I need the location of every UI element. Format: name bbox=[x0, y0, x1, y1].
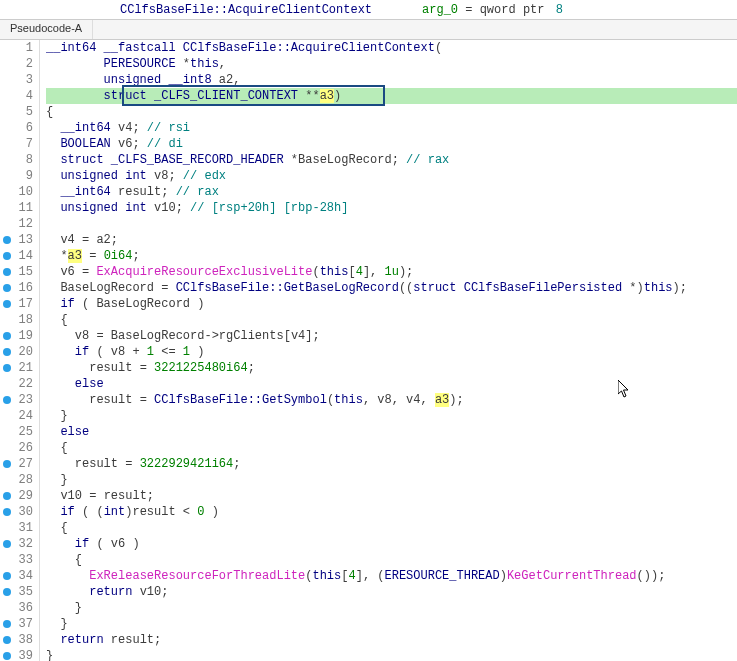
code-token: v10 bbox=[60, 489, 82, 503]
code-token: if bbox=[60, 297, 74, 311]
code-line[interactable]: unsigned __int8 a2, bbox=[46, 72, 737, 88]
code-line[interactable]: { bbox=[46, 520, 737, 536]
line-number: 15 bbox=[14, 264, 33, 280]
tab-pseudocode[interactable]: Pseudocode-A bbox=[0, 20, 93, 39]
line-number: 5 bbox=[14, 104, 33, 120]
breakpoint-slot[interactable] bbox=[0, 104, 14, 120]
code-line[interactable]: v10 = result; bbox=[46, 488, 737, 504]
code-line[interactable]: { bbox=[46, 552, 737, 568]
breakpoint-slot[interactable] bbox=[0, 392, 14, 408]
breakpoint-slot[interactable] bbox=[0, 504, 14, 520]
code-line[interactable]: v6 = ExAcquireResourceExclusiveLite(this… bbox=[46, 264, 737, 280]
breakpoint-slot[interactable] bbox=[0, 440, 14, 456]
line-number: 23 bbox=[14, 392, 33, 408]
breakpoint-slot[interactable] bbox=[0, 552, 14, 568]
breakpoint-slot[interactable] bbox=[0, 632, 14, 648]
breakpoint-slot[interactable] bbox=[0, 536, 14, 552]
breakpoint-slot[interactable] bbox=[0, 520, 14, 536]
code-token: this bbox=[320, 265, 349, 279]
code-token: unsigned int bbox=[60, 201, 154, 215]
code-line[interactable]: if ( BaseLogRecord ) bbox=[46, 296, 737, 312]
breakpoint-slot[interactable] bbox=[0, 200, 14, 216]
code-line[interactable]: result = 3221225480i64; bbox=[46, 360, 737, 376]
code-line[interactable]: } bbox=[46, 648, 737, 661]
breakpoint-slot[interactable] bbox=[0, 456, 14, 472]
code-line[interactable]: } bbox=[46, 616, 737, 632]
code-line[interactable]: } bbox=[46, 408, 737, 424]
breakpoint-slot[interactable] bbox=[0, 360, 14, 376]
code-token: ; bbox=[161, 585, 168, 599]
code-line[interactable]: if ( v8 + 1 <= 1 ) bbox=[46, 344, 737, 360]
code-content[interactable]: __int64 __fastcall CClfsBaseFile::Acquir… bbox=[40, 40, 737, 661]
breakpoint-slot[interactable] bbox=[0, 568, 14, 584]
breakpoint-slot[interactable] bbox=[0, 280, 14, 296]
breakpoint-slot[interactable] bbox=[0, 72, 14, 88]
code-line[interactable]: return v10; bbox=[46, 584, 737, 600]
breakpoint-slot[interactable] bbox=[0, 248, 14, 264]
breakpoint-dot-icon bbox=[3, 588, 11, 596]
code-line[interactable]: ExReleaseResourceForThreadLite(this[4], … bbox=[46, 568, 737, 584]
breakpoint-slot[interactable] bbox=[0, 376, 14, 392]
line-number: 35 bbox=[14, 584, 33, 600]
breakpoint-slot[interactable] bbox=[0, 488, 14, 504]
breakpoint-slot[interactable] bbox=[0, 408, 14, 424]
code-line[interactable]: result = 3222929421i64; bbox=[46, 456, 737, 472]
breakpoint-slot[interactable] bbox=[0, 344, 14, 360]
breakpoint-slot[interactable] bbox=[0, 424, 14, 440]
breakpoint-slot[interactable] bbox=[0, 584, 14, 600]
code-token: 1 bbox=[147, 345, 154, 359]
breakpoint-slot[interactable] bbox=[0, 184, 14, 200]
code-line[interactable]: __int64 result; // rax bbox=[46, 184, 737, 200]
breakpoint-slot[interactable] bbox=[0, 328, 14, 344]
breakpoint-slot[interactable] bbox=[0, 56, 14, 72]
code-line[interactable]: else bbox=[46, 424, 737, 440]
code-line[interactable]: } bbox=[46, 600, 737, 616]
line-number: 18 bbox=[14, 312, 33, 328]
breakpoint-slot[interactable] bbox=[0, 648, 14, 661]
code-editor[interactable]: 1234567891011121314151617181920212223242… bbox=[0, 40, 737, 661]
breakpoint-slot[interactable] bbox=[0, 136, 14, 152]
code-token: } bbox=[60, 617, 67, 631]
code-line[interactable]: return result; bbox=[46, 632, 737, 648]
code-line[interactable]: if ( (int)result < 0 ) bbox=[46, 504, 737, 520]
breakpoint-slot[interactable] bbox=[0, 232, 14, 248]
code-line[interactable]: BOOLEAN v6; // di bbox=[46, 136, 737, 152]
breakpoint-slot[interactable] bbox=[0, 40, 14, 56]
code-line[interactable]: } bbox=[46, 472, 737, 488]
code-line[interactable]: { bbox=[46, 312, 737, 328]
code-line[interactable]: else bbox=[46, 376, 737, 392]
code-line[interactable]: struct _CLFS_BASE_RECORD_HEADER *BaseLog… bbox=[46, 152, 737, 168]
code-token: ) bbox=[500, 569, 507, 583]
breakpoint-slot[interactable] bbox=[0, 312, 14, 328]
code-line[interactable]: result = CClfsBaseFile::GetSymbol(this, … bbox=[46, 392, 737, 408]
breakpoint-slot[interactable] bbox=[0, 152, 14, 168]
code-line[interactable]: v8 = BaseLogRecord->rgClients[v4]; bbox=[46, 328, 737, 344]
code-line[interactable]: unsigned int v8; // edx bbox=[46, 168, 737, 184]
breakpoint-slot[interactable] bbox=[0, 472, 14, 488]
breakpoint-slot[interactable] bbox=[0, 296, 14, 312]
code-line[interactable]: { bbox=[46, 440, 737, 456]
breakpoint-slot[interactable] bbox=[0, 616, 14, 632]
code-line[interactable]: struct _CLFS_CLIENT_CONTEXT **a3) bbox=[46, 88, 737, 104]
code-line[interactable]: unsigned int v10; // [rsp+20h] [rbp-28h] bbox=[46, 200, 737, 216]
code-line[interactable]: *a3 = 0i64; bbox=[46, 248, 737, 264]
breakpoint-slot[interactable] bbox=[0, 120, 14, 136]
code-token: BaseLogRecord bbox=[111, 329, 205, 343]
breakpoint-gutter[interactable] bbox=[0, 40, 14, 661]
code-line[interactable] bbox=[46, 216, 737, 232]
breakpoint-slot[interactable] bbox=[0, 216, 14, 232]
code-token: ; bbox=[154, 633, 161, 647]
code-line[interactable]: { bbox=[46, 104, 737, 120]
breakpoint-dot-icon bbox=[3, 364, 11, 372]
code-line[interactable]: __int64 __fastcall CClfsBaseFile::Acquir… bbox=[46, 40, 737, 56]
breakpoint-dot-icon bbox=[3, 300, 11, 308]
breakpoint-slot[interactable] bbox=[0, 88, 14, 104]
code-line[interactable]: __int64 v4; // rsi bbox=[46, 120, 737, 136]
code-line[interactable]: v4 = a2; bbox=[46, 232, 737, 248]
code-line[interactable]: BaseLogRecord = CClfsBaseFile::GetBaseLo… bbox=[46, 280, 737, 296]
breakpoint-slot[interactable] bbox=[0, 168, 14, 184]
breakpoint-slot[interactable] bbox=[0, 600, 14, 616]
breakpoint-slot[interactable] bbox=[0, 264, 14, 280]
code-line[interactable]: if ( v6 ) bbox=[46, 536, 737, 552]
code-line[interactable]: PERESOURCE *this, bbox=[46, 56, 737, 72]
